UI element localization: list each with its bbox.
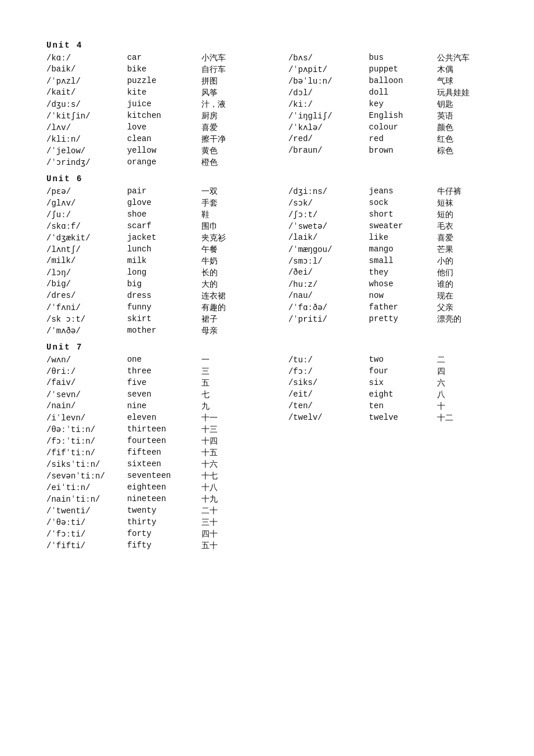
cell-meaning2-2: 气球	[437, 75, 499, 87]
cell-gap-8	[264, 279, 288, 290]
cell-word-12: nineteen	[127, 494, 201, 505]
cell-meaning2-6: 小的	[437, 255, 499, 267]
cell-gap-4	[264, 99, 288, 110]
table-row: /lʌntʃ/lunch午餐/ˈmæŋgou/mango芒果	[46, 244, 499, 255]
cell-word-12: mother	[127, 325, 201, 337]
cell-gap-7	[264, 134, 288, 145]
cell-phonetic-15: /ˈfɔːti/	[46, 528, 127, 540]
cell-meaning2-12	[437, 325, 499, 337]
cell-meaning-3: 围巾	[201, 221, 264, 232]
cell-phonetic2-1: /sɔk/	[288, 197, 369, 209]
cell-phonetic2-9	[288, 157, 369, 168]
cell-gap-15	[264, 528, 288, 540]
cell-meaning2-4: 喜爱	[437, 232, 499, 244]
cell-meaning2-7	[437, 435, 499, 447]
cell-meaning-8: 黄色	[201, 145, 264, 157]
cell-gap-4	[264, 232, 288, 244]
cell-phonetic2-2: /siks/	[288, 377, 369, 389]
cell-gap-8	[264, 447, 288, 459]
cell-word2-8	[369, 447, 438, 459]
cell-word2-2: six	[369, 377, 438, 389]
cell-phonetic-10: /sevənˈtiːn/	[46, 470, 127, 482]
cell-word2-9: now	[369, 290, 438, 302]
cell-meaning-7: 长的	[201, 267, 264, 279]
cell-meaning2-10: 父亲	[437, 302, 499, 314]
cell-meaning-4: 夹克衫	[201, 232, 264, 244]
cell-word2-3: sweater	[369, 221, 438, 232]
cell-gap-1	[264, 366, 288, 377]
cell-phonetic2-8	[288, 447, 369, 459]
cell-phonetic2-6: /ˈkʌlə/	[288, 122, 369, 134]
cell-meaning2-1: 短袜	[437, 197, 499, 209]
cell-meaning2-0: 牛仔裤	[437, 186, 499, 197]
cell-meaning-4: 九	[201, 401, 264, 412]
cell-meaning-3: 七	[201, 389, 264, 401]
table-row: /ˈfifti/fifty五十	[46, 540, 499, 552]
cell-phonetic-4: /dʒuːs/	[46, 99, 127, 110]
cell-word2-11	[369, 482, 438, 494]
cell-word-6: thirteen	[127, 424, 201, 435]
table-row: /siksˈtiːn/sixteen十六	[46, 459, 499, 470]
table-row: /wʌn/one一/tuː/two二	[46, 354, 499, 366]
cell-gap-3	[264, 389, 288, 401]
unit-header-1: Unit 4	[46, 41, 499, 50]
cell-meaning-7: 十四	[201, 435, 264, 447]
cell-meaning2-7: 他们	[437, 267, 499, 279]
cell-gap-10	[264, 302, 288, 314]
cell-word2-6	[369, 424, 438, 435]
cell-word2-16	[369, 540, 438, 552]
cell-meaning2-2: 六	[437, 377, 499, 389]
cell-meaning2-10	[437, 470, 499, 482]
cell-phonetic2-3: /dɔl/	[288, 87, 369, 99]
table-row: /ˈpʌzl/puzzle拼图/bəˈluːn/balloon气球	[46, 75, 499, 87]
cell-word2-12	[369, 325, 438, 337]
cell-phonetic2-1: /ˈpʌpit/	[288, 64, 369, 75]
cell-meaning-10: 有趣的	[201, 302, 264, 314]
cell-gap-5	[264, 244, 288, 255]
cell-word-4: juice	[127, 99, 201, 110]
unit-header-2: Unit 6	[46, 174, 499, 183]
cell-phonetic-6: /θəːˈtiːn/	[46, 424, 127, 435]
cell-phonetic-9: /dres/	[46, 290, 127, 302]
cell-phonetic2-12	[288, 494, 369, 505]
cell-word2-7: red	[369, 134, 438, 145]
cell-phonetic2-2: /bəˈluːn/	[288, 75, 369, 87]
cell-word-5: kitchen	[127, 110, 201, 122]
cell-meaning2-14	[437, 517, 499, 528]
cell-word2-14	[369, 517, 438, 528]
cell-phonetic-0: /wʌn/	[46, 354, 127, 366]
table-row: /faiv/five五/siks/six六	[46, 377, 499, 389]
cell-word-9: sixteen	[127, 459, 201, 470]
cell-gap-3	[264, 221, 288, 232]
cell-phonetic2-11	[288, 482, 369, 494]
table-row: /big/big大的/huːz/whose谁的	[46, 279, 499, 290]
cell-word-9: orange	[127, 157, 201, 168]
cell-word-8: fifteen	[127, 447, 201, 459]
table-row: /ˈfɔːti/forty四十	[46, 528, 499, 540]
cell-word-4: nine	[127, 401, 201, 412]
table-row: /sk ɔːt/skirt裙子/ˈpriti/pretty漂亮的	[46, 314, 499, 325]
cell-word-5: eleven	[127, 412, 201, 424]
cell-meaning-3: 风筝	[201, 87, 264, 99]
cell-word2-7	[369, 435, 438, 447]
cell-phonetic-8: /big/	[46, 279, 127, 290]
cell-meaning-13: 二十	[201, 505, 264, 517]
cell-word2-3: doll	[369, 87, 438, 99]
cell-meaning-10: 十七	[201, 470, 264, 482]
cell-gap-5	[264, 412, 288, 424]
cell-gap-0	[264, 186, 288, 197]
cell-meaning-2: 拼图	[201, 75, 264, 87]
cell-word2-5: mango	[369, 244, 438, 255]
cell-gap-14	[264, 517, 288, 528]
cell-phonetic-1: /glʌv/	[46, 197, 127, 209]
cell-meaning2-9	[437, 459, 499, 470]
cell-word-0: car	[127, 52, 201, 64]
app: Unit 4/kɑː/car小汽车/bʌs/bus公共汽车/baik/bike自…	[46, 41, 499, 552]
cell-meaning2-12	[437, 494, 499, 505]
table-row: /milk/milk牛奶/smɔːl/small小的	[46, 255, 499, 267]
cell-word-4: jacket	[127, 232, 201, 244]
cell-word2-0: jeans	[369, 186, 438, 197]
cell-word-13: twenty	[127, 505, 201, 517]
cell-phonetic2-10: /ˈfɑːðə/	[288, 302, 369, 314]
cell-meaning-8: 十五	[201, 447, 264, 459]
